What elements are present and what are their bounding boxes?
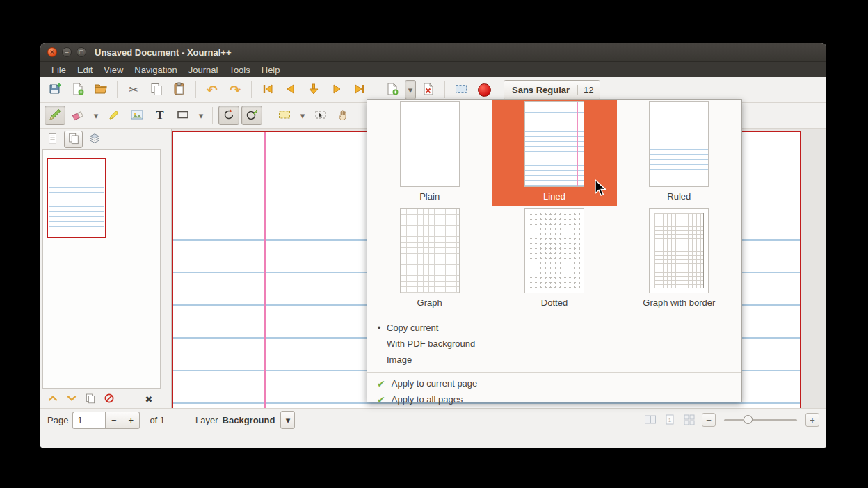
chevron-down-icon: ▾ — [408, 85, 413, 95]
menu-edit[interactable]: Edit — [72, 65, 98, 75]
apply-to-current-page[interactable]: ✔ Apply to current page — [367, 375, 741, 391]
close-button[interactable]: ✕ — [47, 47, 57, 57]
toolbar-separator — [251, 81, 252, 98]
paste-button[interactable] — [169, 80, 190, 99]
template-dotted[interactable]: Dotted — [492, 206, 616, 313]
apply-to-all-pages[interactable]: ✔ Apply to all pages — [367, 391, 741, 407]
menu-tools[interactable]: Tools — [223, 65, 255, 75]
page-spinner: − + — [72, 412, 140, 429]
zoom-slider[interactable] — [724, 415, 797, 425]
template-grid: Plain Lined Ruled Graph — [367, 100, 741, 313]
toolbar-separator — [212, 107, 213, 124]
font-selector[interactable]: Sans Regular 12 — [504, 80, 600, 100]
select-region-dropdown-button[interactable]: ▾ — [297, 106, 308, 125]
hand-icon — [337, 108, 351, 124]
page-decrement-button[interactable]: − — [105, 412, 122, 429]
option-copy-current[interactable]: • Copy current — [376, 320, 741, 336]
window-title: Unsaved Document - Xournal++ — [95, 47, 232, 58]
tab-layers[interactable] — [85, 131, 104, 148]
zoom-slider-knob[interactable] — [744, 415, 753, 424]
duplicate-page-button[interactable] — [83, 391, 98, 407]
delete-page-sidebar-button[interactable] — [102, 391, 117, 407]
highlighter-icon — [107, 108, 121, 124]
eraser-button[interactable] — [67, 106, 88, 125]
font-name[interactable]: Sans Regular — [504, 85, 577, 95]
page-preview-panel — [42, 149, 161, 389]
page-increment-button[interactable]: + — [122, 412, 140, 429]
close-sidebar-button[interactable]: ✖ — [141, 391, 156, 407]
select-region-button[interactable] — [274, 106, 295, 125]
first-page-button[interactable] — [257, 80, 278, 99]
open-button[interactable] — [90, 80, 111, 99]
save-button[interactable] — [45, 80, 65, 99]
shape-recognizer-button[interactable] — [218, 106, 239, 125]
menu-help[interactable]: Help — [256, 65, 286, 75]
new-page-dropdown-button[interactable]: ▾ — [405, 80, 416, 99]
last-page-button[interactable] — [349, 80, 370, 99]
option-label: With PDF background — [387, 339, 475, 349]
layer-label: Layer — [195, 415, 218, 425]
template-label: Ruled — [667, 191, 691, 202]
new-page-button[interactable] — [382, 80, 403, 99]
template-ruled-preview — [649, 101, 709, 187]
page-total-label: of 1 — [150, 415, 165, 425]
insert-image-button[interactable] — [127, 106, 147, 125]
single-page-button[interactable]: 1 — [663, 413, 677, 427]
undo-button[interactable]: ↶ — [202, 80, 223, 99]
preview-lines — [650, 140, 708, 186]
move-page-up-button[interactable] — [45, 391, 61, 407]
dual-page-button[interactable] — [643, 413, 657, 427]
minimize-button[interactable]: – — [62, 47, 72, 57]
page-number-input[interactable] — [72, 412, 105, 429]
select-object-button[interactable] — [310, 106, 331, 125]
new-page-icon — [385, 82, 399, 98]
option-image[interactable]: Image — [376, 352, 741, 368]
menu-navigation[interactable]: Navigation — [129, 65, 182, 75]
titlebar[interactable]: ✕ – □ Unsaved Document - Xournal++ — [40, 43, 826, 62]
template-dotted-preview — [524, 208, 584, 293]
menu-file[interactable]: File — [46, 65, 72, 75]
template-label: Dotted — [541, 298, 568, 308]
maximize-button[interactable]: □ — [77, 47, 86, 57]
layer-dropdown-button[interactable]: ▾ — [280, 411, 295, 429]
page-thumbnail[interactable] — [47, 158, 106, 238]
image-icon — [130, 108, 144, 124]
menu-view[interactable]: View — [98, 65, 129, 75]
template-plain[interactable]: Plain — [367, 100, 492, 206]
fullscreen-button[interactable] — [451, 80, 472, 99]
template-graph-with-border[interactable]: Graph with border — [617, 206, 741, 313]
chevron-down-icon: ▾ — [286, 415, 291, 425]
menu-journal[interactable]: Journal — [183, 65, 224, 75]
tab-document-preview[interactable] — [43, 131, 62, 148]
zoom-out-button[interactable]: − — [702, 413, 716, 427]
draw-circle-button[interactable] — [241, 106, 262, 125]
option-label: Copy current — [387, 323, 438, 333]
cut-button[interactable]: ✂ — [123, 80, 144, 99]
highlighter-button[interactable] — [104, 106, 124, 125]
pen-button[interactable] — [45, 106, 65, 125]
preview-lines — [525, 112, 584, 186]
move-page-down-button[interactable] — [64, 391, 79, 407]
checkmark-icon: ✔ — [377, 394, 385, 405]
shape-dropdown-button[interactable]: ▾ — [195, 106, 207, 125]
record-audio-button[interactable] — [474, 80, 495, 99]
option-with-pdf-background[interactable]: With PDF background — [376, 336, 741, 352]
shape-tool-button[interactable] — [172, 106, 193, 125]
template-graph[interactable]: Graph — [367, 206, 492, 313]
grid-view-button[interactable] — [682, 413, 696, 427]
radio-bullet-icon: • — [376, 323, 383, 333]
delete-page-button[interactable] — [418, 80, 439, 99]
tab-pages[interactable] — [64, 131, 83, 148]
hand-tool-button[interactable] — [333, 106, 354, 125]
eraser-dropdown-button[interactable]: ▾ — [90, 106, 102, 125]
new-document-button[interactable] — [67, 80, 88, 99]
previous-page-button[interactable] — [280, 80, 301, 99]
zoom-in-button[interactable]: + — [805, 413, 819, 427]
text-tool-button[interactable]: T — [150, 106, 170, 125]
copy-button[interactable] — [146, 80, 167, 99]
next-page-button[interactable] — [326, 80, 347, 99]
redo-button[interactable]: ↷ — [225, 80, 246, 99]
goto-page-button[interactable] — [303, 80, 324, 99]
font-size[interactable]: 12 — [577, 85, 599, 95]
template-ruled[interactable]: Ruled — [617, 100, 741, 206]
